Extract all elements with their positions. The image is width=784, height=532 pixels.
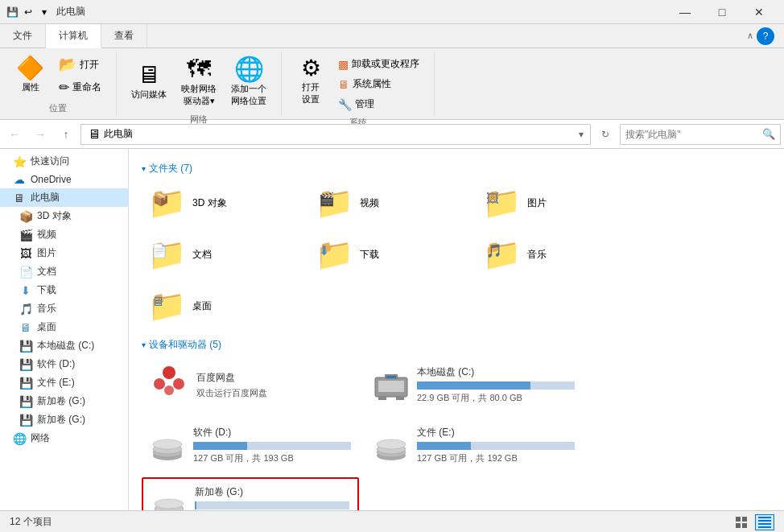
sidebar-item-newvol-g2[interactable]: 💾 新加卷 (G:) [0, 410, 128, 429]
ribbon-collapse-icon[interactable]: ∧ [747, 31, 753, 41]
sidebar-item-network[interactable]: 🌐 网络 [0, 429, 128, 447]
baidu-info: 百度网盘 双击运行百度网盘 [196, 371, 351, 399]
svg-point-18 [377, 439, 406, 449]
ribbon-group-network: 🖥 访问媒体 🗺 映射网络驱动器▾ 🌐 添加一个网络位置 网络 [117, 52, 282, 116]
drive-g-name: 新加卷 (G:) [195, 485, 349, 499]
view-details-button[interactable] [755, 514, 774, 530]
maximize-button[interactable]: □ [704, 0, 741, 24]
sidebar-item-pictures[interactable]: 🖼 图片 [0, 244, 128, 262]
settings-label: 打开设置 [302, 81, 320, 105]
help-button[interactable]: ? [757, 27, 774, 45]
folder-downloads-label: 下载 [360, 248, 379, 262]
rename-button[interactable]: ✏ 重命名 [54, 77, 106, 97]
drive-g-icon [151, 486, 187, 511]
quick-access-icon: ⭐ [13, 155, 26, 168]
sidebar-item-onedrive[interactable]: ☁ OneDrive [0, 171, 128, 188]
drive-c-name: 本地磁盘 (C:) [417, 365, 575, 379]
manage-button[interactable]: 🔧 管理 [333, 95, 424, 113]
tab-view[interactable]: 查看 [101, 24, 147, 47]
drive-baidu[interactable]: 百度网盘 双击运行百度网盘 [142, 357, 359, 413]
open-settings-button[interactable]: ⚙ 打开设置 [291, 52, 330, 109]
up-button[interactable]: ↑ [55, 123, 77, 146]
sidebar-files-e-label: 文件 (E:) [37, 376, 75, 390]
add-location-icon: 🌐 [234, 55, 264, 83]
drive-e-icon [373, 427, 409, 464]
folder-videos[interactable]: 📁 🎬 视频 [309, 180, 470, 225]
forward-button[interactable]: → [29, 123, 52, 146]
add-location-label: 添加一个网络位置 [231, 83, 266, 107]
tab-computer[interactable]: 计算机 [46, 24, 101, 48]
back-button[interactable]: ← [3, 123, 26, 146]
sidebar-item-this-pc[interactable]: 🖥 此电脑 [0, 188, 128, 207]
title-bar-controls: — □ ✕ [666, 0, 778, 24]
address-dropdown-icon[interactable]: ▾ [579, 129, 584, 140]
sidebar-videos-label: 视频 [37, 228, 56, 241]
folder-music[interactable]: 📁 🎵 音乐 [477, 232, 638, 277]
title-dropdown-icon[interactable]: ▾ [39, 6, 50, 18]
sidebar-item-videos[interactable]: 🎬 视频 [0, 225, 128, 244]
drives-section-chevron: ▾ [142, 340, 146, 349]
access-media-icon: 🖥 [137, 61, 161, 89]
sys-props-button[interactable]: 🖥 系统属性 [333, 75, 424, 93]
open-icon: 📂 [59, 56, 76, 73]
refresh-button[interactable]: ↻ [594, 123, 617, 146]
search-box[interactable]: 🔍 [620, 124, 781, 145]
minimize-button[interactable]: — [666, 0, 704, 24]
search-input[interactable] [625, 129, 762, 140]
folders-section-header[interactable]: ▾ 文件夹 (7) [142, 162, 771, 175]
svg-rect-27 [758, 517, 771, 518]
view-large-icon-button[interactable] [732, 514, 752, 530]
title-undo-icon[interactable]: ↩ [23, 6, 34, 18]
folder-downloads[interactable]: 📁 ⬇ 下载 [309, 232, 470, 277]
svg-point-1 [154, 378, 165, 390]
add-location-button[interactable]: 🌐 添加一个网络位置 [226, 52, 271, 110]
manage-label: 管理 [355, 97, 374, 111]
drive-newvol-g[interactable]: 新加卷 (G:) 3.02 GB 可用，共 3.04 GB [142, 477, 359, 510]
access-media-button[interactable]: 🖥 访问媒体 [126, 58, 171, 104]
properties-button[interactable]: 🔶 属性 [10, 54, 51, 97]
rename-icon: ✏ [59, 80, 69, 95]
folder-pictures-icon: 📁 🖼 [483, 185, 521, 221]
address-input[interactable]: 🖥 此电脑 ▾ [80, 124, 591, 145]
drive-d-info: 软件 (D:) 127 GB 可用，共 193 GB [193, 426, 351, 464]
folders-grid: 📁 📦 3D 对象 📁 🎬 视频 📁 🖼 图片 [142, 180, 771, 328]
status-bar: 12 个项目 [0, 510, 784, 532]
close-button[interactable]: ✕ [741, 0, 778, 24]
sidebar-item-newvol-g1[interactable]: 💾 新加卷 (G:) [0, 392, 128, 410]
sidebar-item-desktop[interactable]: 🖥 桌面 [0, 318, 128, 336]
folder-pictures-label: 图片 [527, 196, 547, 210]
map-drive-button[interactable]: 🗺 映射网络驱动器▾ [176, 52, 221, 110]
folder-pictures[interactable]: 📁 🖼 图片 [477, 180, 638, 225]
drive-local-c[interactable]: 本地磁盘 (C:) 22.9 GB 可用，共 80.0 GB [365, 357, 583, 413]
map-drive-icon: 🗺 [187, 56, 211, 83]
sidebar-desktop-icon: 🖥 [19, 321, 32, 334]
sidebar-music-label: 音乐 [37, 302, 56, 315]
folder-desktop-icon: 📁 🖥 [148, 288, 186, 324]
sidebar-item-local-c[interactable]: 💾 本地磁盘 (C:) [0, 336, 128, 355]
sidebar-newvol-g2-icon: 💾 [19, 414, 32, 427]
sidebar-item-3d[interactable]: 📦 3D 对象 [0, 207, 128, 225]
sidebar-item-quick-access[interactable]: ⭐ 快速访问 [0, 152, 128, 171]
sidebar-item-downloads[interactable]: ⬇ 下载 [0, 281, 128, 299]
sidebar-software-d-label: 软件 (D:) [37, 357, 75, 371]
sidebar-item-music[interactable]: 🎵 音乐 [0, 299, 128, 318]
folder-documents[interactable]: 📁 📄 文档 [142, 232, 303, 277]
uninstall-button[interactable]: ▩ 卸载或更改程序 [333, 55, 424, 73]
open-button[interactable]: 📂 打开 [54, 53, 106, 76]
drive-e-name: 文件 (E:) [417, 426, 575, 439]
sidebar-item-software-d[interactable]: 💾 软件 (D:) [0, 355, 128, 373]
sidebar-item-files-e[interactable]: 💾 文件 (E:) [0, 373, 128, 392]
sidebar-item-documents[interactable]: 📄 文档 [0, 262, 128, 281]
drives-section-header[interactable]: ▾ 设备和驱动器 (5) [142, 338, 771, 352]
sidebar-network-icon: 🌐 [13, 432, 26, 445]
tab-file[interactable]: 文件 [0, 24, 46, 47]
uninstall-label: 卸载或更改程序 [352, 57, 419, 71]
drive-c-bar-fill [417, 381, 530, 390]
drive-files-e[interactable]: 文件 (E:) 127 GB 可用，共 192 GB [365, 419, 583, 471]
properties-icon: 🔶 [16, 57, 44, 80]
sidebar-downloads-icon: ⬇ [19, 284, 32, 297]
title-save-icon[interactable]: 💾 [6, 6, 18, 18]
drive-software-d[interactable]: 软件 (D:) 127 GB 可用，共 193 GB [142, 419, 359, 471]
folder-3d[interactable]: 📁 📦 3D 对象 [142, 180, 303, 225]
folder-desktop[interactable]: 📁 🖥 桌面 [142, 283, 303, 328]
